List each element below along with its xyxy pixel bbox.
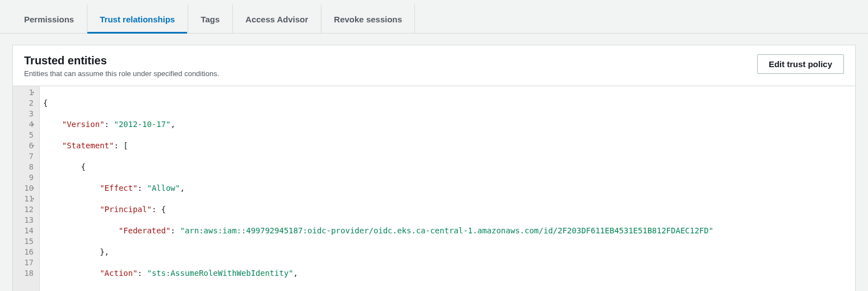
- gutter-line: 11: [17, 194, 34, 204]
- code-line: "Version": "2012-10-17",: [43, 119, 855, 130]
- code-line: "Federated": "arn:aws:iam::499792945187:…: [43, 226, 855, 236]
- gutter-line: 8: [17, 162, 34, 172]
- panel-title: Trusted entities: [24, 54, 219, 67]
- gutter-line: 13: [17, 215, 34, 226]
- tab-revoke-sessions[interactable]: Revoke sessions: [321, 4, 415, 33]
- gutter-line: 12: [17, 204, 34, 215]
- panel-header: Trusted entities Entities that can assum…: [13, 45, 855, 86]
- panel-heading-block: Trusted entities Entities that can assum…: [24, 54, 219, 78]
- gutter-line: 3: [17, 109, 34, 119]
- gutter-line: 7: [17, 151, 34, 162]
- code-line: },: [43, 247, 855, 257]
- policy-code-viewer: 123456789101112131415161718 { "Version":…: [13, 86, 855, 291]
- tab-tags[interactable]: Tags: [188, 4, 232, 33]
- gutter-line: 4: [17, 119, 34, 130]
- code-line: {: [43, 162, 855, 172]
- code-line: "Action": "sts:AssumeRoleWithWebIdentity…: [43, 268, 855, 279]
- code-line: {: [43, 98, 855, 109]
- gutter-line: 6: [17, 140, 34, 151]
- tab-permissions[interactable]: Permissions: [11, 4, 87, 33]
- tab-bar: Permissions Trust relationships Tags Acc…: [0, 0, 868, 34]
- panel-subtitle: Entities that can assume this role under…: [24, 69, 219, 78]
- gutter-line: 17: [17, 257, 34, 268]
- code-line: "Effect": "Allow",: [43, 183, 855, 194]
- gutter-line: 2: [17, 98, 34, 109]
- tab-access-advisor[interactable]: Access Advisor: [232, 4, 321, 33]
- gutter-line: 18: [17, 268, 34, 279]
- gutter-line: 10: [17, 183, 34, 194]
- gutter-line: 1: [17, 87, 34, 98]
- gutter-line: 14: [17, 226, 34, 236]
- code-line: "Principal": {: [43, 204, 855, 215]
- policy-json: { "Version": "2012-10-17", "Statement": …: [40, 86, 855, 291]
- code-gutter: 123456789101112131415161718: [13, 86, 40, 291]
- gutter-line: 16: [17, 247, 34, 257]
- code-line: "Statement": [: [43, 140, 855, 151]
- trusted-entities-panel: Trusted entities Entities that can assum…: [12, 45, 856, 291]
- tab-trust-relationships[interactable]: Trust relationships: [87, 4, 188, 33]
- gutter-line: 9: [17, 172, 34, 183]
- gutter-line: 15: [17, 236, 34, 247]
- edit-trust-policy-button[interactable]: Edit trust policy: [757, 54, 844, 74]
- gutter-line: 5: [17, 130, 34, 140]
